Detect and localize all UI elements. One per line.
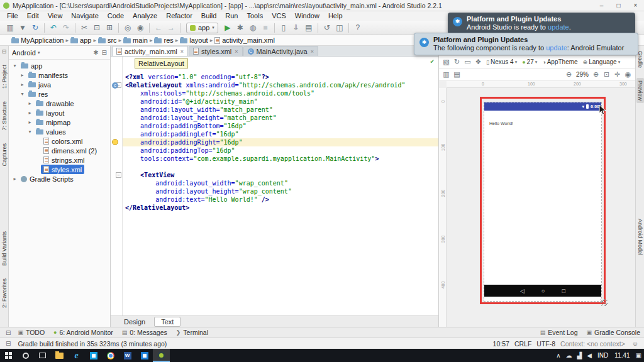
breadcrumb-item-activity-main-xml[interactable]: activity_main.xml <box>214 36 275 44</box>
tree-item-app[interactable]: ▾app <box>9 61 110 70</box>
resize-handle[interactable] <box>601 299 608 306</box>
notifications-bell-icon[interactable]: ◉ <box>623 70 633 79</box>
collapse-all-icon[interactable]: ⊟ <box>102 49 107 56</box>
tree-item-colors-xml[interactable]: colors.xml <box>9 136 110 146</box>
back-nav-icon[interactable]: ◁ <box>520 288 525 294</box>
palette-icon[interactable]: ❖ <box>474 58 483 66</box>
forward-icon[interactable]: → <box>165 23 177 32</box>
search-button[interactable] <box>17 349 34 362</box>
fold-marker-icon[interactable]: − <box>116 172 121 178</box>
gradle-console-tab[interactable]: ▣Gradle Console <box>587 329 640 336</box>
caret-position-widget[interactable]: 10:57 <box>493 340 509 348</box>
breadcrumb-item-app[interactable]: app <box>70 36 91 44</box>
notification-balloon-emulator[interactable]: ✱ Platform and Plugin Updates The follow… <box>414 33 638 55</box>
tree-item-styles-xml[interactable]: styles.xml <box>9 165 110 174</box>
expand-arrow-icon[interactable]: ▸ <box>26 119 33 125</box>
tool-strip-button-android-model[interactable]: Android Model <box>636 216 644 258</box>
close-tab-icon[interactable]: × <box>235 48 238 55</box>
tree-item-layout[interactable]: ▸layout <box>9 108 110 118</box>
home-nav-icon[interactable]: ○ <box>541 288 545 294</box>
gradle-sync-icon[interactable]: ↺ <box>321 23 333 32</box>
breadcrumb-item-res[interactable]: res <box>154 36 173 44</box>
breadcrumb-item-myapplication[interactable]: MyApplication <box>11 36 64 44</box>
inspection-status-icon[interactable]: ✔ <box>430 58 435 65</box>
debug-icon[interactable]: ✱ <box>234 23 247 32</box>
expand-arrow-icon[interactable]: ▸ <box>26 101 33 106</box>
menu-navigate[interactable]: Navigate <box>67 11 103 21</box>
sync-icon[interactable]: ↻ <box>29 23 42 32</box>
word-icon[interactable]: W <box>119 349 136 362</box>
tool-strip-button-captures[interactable]: Captures <box>1 141 8 169</box>
ui-mode-icon[interactable]: ▭ <box>463 58 472 66</box>
cut-icon[interactable]: ✂ <box>78 23 91 32</box>
maximize-button[interactable]: □ <box>610 0 627 11</box>
close-tab-icon[interactable]: × <box>180 48 184 55</box>
pan-button[interactable]: ✛ <box>613 70 622 79</box>
breadcrumb-item-src[interactable]: src <box>98 36 117 44</box>
update-link-2[interactable]: update <box>546 44 567 52</box>
expand-arrow-icon[interactable]: ▸ <box>19 72 26 78</box>
edge-icon[interactable]: e <box>68 349 85 362</box>
editor-tab-styles-xml[interactable]: styles.xml× <box>189 46 243 56</box>
language-indicator[interactable]: IND <box>594 352 611 359</box>
tab-text[interactable]: Text <box>154 317 180 327</box>
coverage-icon[interactable]: ◍ <box>247 23 259 32</box>
tree-item-strings-xml[interactable]: strings.xml <box>9 155 110 165</box>
run-icon[interactable]: ▶ <box>221 23 234 32</box>
start-button[interactable] <box>0 349 17 362</box>
android-studio-icon[interactable] <box>153 349 170 362</box>
photos-icon[interactable] <box>136 349 153 362</box>
gear-icon[interactable]: ✱ <box>93 49 98 56</box>
zoom-in-button[interactable]: ⊕ <box>591 70 601 79</box>
collapse-arrow-icon[interactable]: ▾ <box>11 63 18 69</box>
tool-strip-button-preview[interactable]: Preview <box>636 78 644 103</box>
recents-nav-icon[interactable]: □ <box>562 288 565 294</box>
toolwindow-anchor-icon[interactable]: ⊟ <box>4 329 13 336</box>
expand-arrow-icon[interactable]: ▸ <box>26 110 33 116</box>
todo-tab[interactable]: ▣TODO <box>18 329 45 336</box>
blueprint-surface-icon[interactable]: ▤ <box>452 70 462 79</box>
open-icon[interactable]: ▥ <box>4 23 16 32</box>
close-tab-icon[interactable]: × <box>311 48 314 55</box>
theme-selector[interactable]: ◑AppTheme <box>540 58 579 65</box>
network-icon[interactable]: ▟ <box>575 352 585 359</box>
project-structure-icon[interactable]: ◫ <box>333 23 346 32</box>
tool-strip-button-1-project[interactable]: 1: Project <box>1 62 8 91</box>
code-editor[interactable]: −c− <?xml version="1.0" encoding="utf-8"… <box>111 57 438 315</box>
chrome-icon[interactable] <box>102 349 119 362</box>
sdk-manager-icon[interactable]: ⇩ <box>290 23 303 32</box>
tool-window-switcher-icon[interactable]: ⊟ <box>2 48 7 55</box>
design-surface-icon[interactable]: ▥ <box>441 70 451 79</box>
android-monitor-tab[interactable]: ●6: Android Monitor <box>53 329 113 336</box>
expand-arrow-icon[interactable]: ▸ <box>11 176 18 182</box>
tool-strip-button-7-structure[interactable]: 7: Structure <box>1 99 8 133</box>
volume-icon[interactable]: ◀ <box>584 352 594 359</box>
taskbar-clock[interactable]: 11.41 <box>611 352 633 359</box>
context-widget[interactable]: Context: <no context> <box>560 340 625 348</box>
tree-item-res[interactable]: ▾res <box>9 89 110 99</box>
encoding-widget[interactable]: UTF-8 <box>536 340 555 348</box>
save-all-icon[interactable]: ▼ <box>16 23 29 32</box>
zoom-out-button[interactable]: ⊖ <box>564 70 574 79</box>
menu-vcs[interactable]: VCS <box>267 11 291 21</box>
tree-item-java[interactable]: ▸java <box>9 80 110 89</box>
tree-item-drawable[interactable]: ▸drawable <box>9 99 110 108</box>
editor-tab-mainactivity-java[interactable]: CMainActivity.java× <box>243 46 318 56</box>
cloud-icon[interactable]: ☁ <box>564 352 575 359</box>
run-configuration-selector[interactable]: app▾ <box>186 23 218 33</box>
notification-balloon-update[interactable]: ✱ Platform and Plugin Updates Android St… <box>448 13 635 34</box>
menu-window[interactable]: Window <box>291 11 324 21</box>
api-level-selector[interactable]: ●27▾ <box>520 58 539 65</box>
terminal-tab[interactable]: ❯Terminal <box>176 329 208 336</box>
messages-tab[interactable]: ▤0: Messages <box>122 329 167 336</box>
tab-design[interactable]: Design <box>117 317 152 327</box>
menu-view[interactable]: View <box>43 11 67 21</box>
expand-arrow-icon[interactable]: ▸ <box>19 82 26 87</box>
configuration-icon[interactable]: ▧ <box>441 58 451 66</box>
undo-icon[interactable]: ↶ <box>47 23 60 32</box>
redo-icon[interactable]: ↷ <box>60 23 72 32</box>
tree-item-dimens-xml-2[interactable]: dimens.xml (2) <box>9 146 110 155</box>
tree-item-values[interactable]: ▾values <box>9 127 110 136</box>
menu-build[interactable]: Build <box>197 11 221 21</box>
device-preview[interactable]: ▾ 6:00 Hello World! ◁○□ <box>484 102 602 302</box>
